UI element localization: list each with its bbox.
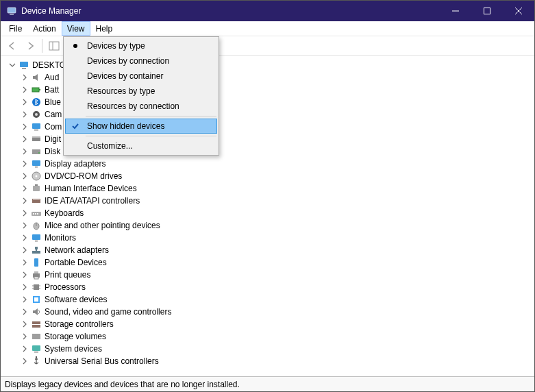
expand-arrow-icon[interactable] (20, 73, 29, 82)
tree-item-label: DVD/CD-ROM drives (45, 171, 122, 181)
expand-arrow-icon[interactable] (20, 184, 29, 193)
svg-rect-1 (10, 14, 14, 15)
menu-action[interactable]: Action (27, 21, 61, 36)
show-hide-tree-button[interactable] (47, 38, 62, 53)
expand-arrow-icon[interactable] (20, 344, 29, 354)
statusbar: Displays legacy devices and devices that… (1, 376, 534, 391)
menu-item-label: Resources by connection (83, 101, 179, 111)
menu-item[interactable]: Show hidden devices (65, 119, 217, 134)
ide-icon (31, 195, 42, 206)
tree-item[interactable]: IDE ATA/ATAPI controllers (5, 195, 534, 207)
menu-item[interactable]: Devices by connection (65, 53, 217, 69)
svg-rect-37 (32, 234, 40, 240)
keyboard-icon (31, 208, 42, 219)
tree-item-label: Software devices (45, 295, 107, 304)
svg-rect-40 (35, 247, 38, 249)
menu-item[interactable]: Devices by container (65, 69, 217, 84)
expand-arrow-icon[interactable] (20, 356, 29, 366)
tree-item[interactable]: Software devices (5, 293, 534, 306)
svg-rect-3 (484, 8, 490, 14)
menu-item[interactable]: Resources by type (65, 84, 217, 99)
expand-arrow-icon[interactable] (20, 258, 29, 267)
expand-arrow-icon[interactable] (8, 60, 17, 70)
expand-arrow-icon[interactable] (20, 295, 29, 304)
tree-item-label: Monitors (45, 233, 76, 243)
expand-arrow-icon[interactable] (20, 122, 29, 132)
sound-icon (31, 306, 42, 317)
close-button[interactable] (503, 1, 534, 21)
menu-file[interactable]: File (3, 21, 27, 36)
svg-rect-23 (32, 160, 40, 166)
volume-icon (31, 331, 42, 342)
tree-item[interactable]: Storage controllers (5, 318, 534, 330)
menu-item[interactable]: Devices by type (65, 38, 217, 53)
tree-item[interactable]: Portable Devices (5, 256, 534, 269)
back-button[interactable] (5, 38, 20, 53)
tree-item[interactable]: Keyboards (5, 207, 534, 219)
portable-icon (31, 257, 42, 268)
tree-item[interactable]: Storage volumes (5, 330, 534, 343)
tree-item[interactable]: Display adapters (5, 158, 534, 170)
menu-item[interactable]: Customize... (65, 138, 217, 154)
expand-arrow-icon[interactable] (20, 208, 29, 218)
menu-item-label: Devices by container (83, 71, 163, 81)
expand-arrow-icon[interactable] (20, 319, 29, 329)
mouse-icon (31, 220, 42, 231)
tree-item-label: Keyboards (45, 208, 84, 218)
tree-item-label: System devices (45, 344, 102, 354)
svg-rect-20 (32, 136, 40, 138)
expand-arrow-icon[interactable] (20, 171, 29, 181)
view-dropdown: Devices by typeDevices by connectionDevi… (63, 36, 219, 156)
maximize-button[interactable] (471, 1, 503, 21)
svg-rect-13 (39, 89, 40, 90)
svg-rect-30 (33, 199, 40, 200)
tree-item-label: Processors (45, 282, 86, 292)
expand-arrow-icon[interactable] (20, 332, 29, 341)
tree-item-label: Digit (45, 134, 61, 144)
expand-arrow-icon[interactable] (20, 307, 29, 317)
tree-item[interactable]: Processors (5, 281, 534, 293)
tree-item-label: Sound, video and game controllers (45, 307, 171, 317)
expand-arrow-icon[interactable] (20, 270, 29, 280)
tree-item[interactable]: Print queues (5, 269, 534, 281)
expand-arrow-icon[interactable] (20, 159, 29, 169)
tree-item-label: Display adapters (45, 159, 105, 169)
display-icon (31, 232, 42, 243)
window-title: Device Manager (21, 6, 440, 16)
expand-arrow-icon[interactable] (20, 110, 29, 119)
tree-item[interactable]: Human Interface Devices (5, 182, 534, 195)
tree-item[interactable]: Mice and other pointing devices (5, 219, 534, 232)
tree-item[interactable]: Universal Serial Bus controllers (5, 355, 534, 367)
tree-item[interactable]: Sound, video and game controllers (5, 306, 534, 318)
cpu-icon (31, 282, 42, 293)
expand-arrow-icon[interactable] (20, 134, 29, 144)
menu-help[interactable]: Help (90, 21, 119, 36)
expand-arrow-icon[interactable] (20, 196, 29, 206)
expand-arrow-icon[interactable] (20, 233, 29, 243)
svg-point-6 (73, 44, 77, 48)
svg-rect-27 (33, 186, 40, 191)
expand-arrow-icon[interactable] (20, 282, 29, 292)
minimize-button[interactable] (440, 1, 471, 21)
expand-arrow-icon[interactable] (20, 97, 29, 107)
tree-item[interactable]: Network adapters (5, 244, 534, 256)
expand-arrow-icon[interactable] (20, 245, 29, 255)
menu-item[interactable]: Resources by connection (65, 99, 217, 114)
expand-arrow-icon[interactable] (20, 85, 29, 95)
svg-rect-38 (35, 241, 38, 242)
svg-rect-12 (32, 88, 39, 92)
tree-item[interactable]: System devices (5, 343, 534, 355)
svg-rect-34 (37, 213, 38, 215)
forward-button[interactable] (23, 38, 38, 53)
hid-icon (31, 183, 42, 194)
expand-arrow-icon[interactable] (20, 147, 29, 156)
tree-item[interactable]: Monitors (5, 232, 534, 244)
svg-rect-57 (34, 352, 38, 353)
expand-arrow-icon[interactable] (20, 221, 29, 230)
tree-item[interactable]: DVD/CD-ROM drives (5, 170, 534, 182)
menu-view[interactable]: View (62, 21, 90, 36)
tree-item-label: Com (45, 122, 62, 132)
tree-item-label: Portable Devices (45, 258, 107, 267)
software-icon (31, 294, 42, 305)
tree-item-label: IDE ATA/ATAPI controllers (45, 196, 140, 206)
